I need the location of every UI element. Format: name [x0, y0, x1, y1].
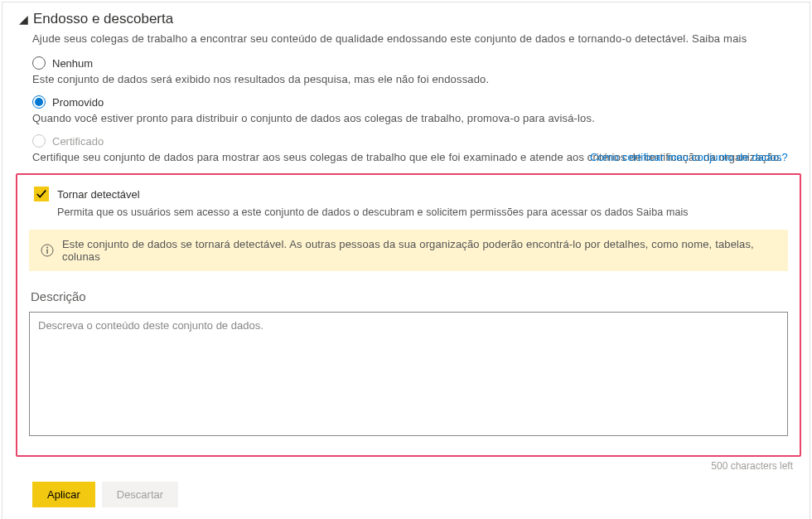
discoverable-block: Tornar detectável Permita que os usuário…: [16, 173, 801, 457]
radio-option-certified: Certificado Certifique seu conjunto de d…: [32, 134, 793, 163]
svg-rect-2: [46, 250, 47, 255]
radio-icon-selected: [32, 95, 46, 109]
svg-point-1: [46, 247, 48, 249]
section-description: Ajude seus colegas de trabalho a encontr…: [2, 32, 810, 56]
radio-label-promoted: Promovido: [52, 96, 104, 109]
description-textarea[interactable]: [29, 312, 788, 436]
radio-row-none[interactable]: Nenhum: [32, 56, 793, 70]
char-count: 500 characters left: [2, 457, 810, 472]
discoverable-label: Tornar detectável: [57, 188, 140, 201]
endorsement-radio-group: Nenhum Este conjunto de dados será exibi…: [2, 56, 810, 163]
radio-help-none: Este conjunto de dados será exibido nos …: [32, 73, 793, 85]
radio-label-none: Nenhum: [52, 57, 93, 70]
info-banner: Este conjunto de dados se tornará detect…: [29, 230, 788, 271]
settings-panel: ◢ Endosso e descoberta Ajude seus colega…: [2, 2, 810, 519]
info-icon: [41, 244, 54, 257]
discoverable-help: Permita que os usuários sem acesso a est…: [29, 206, 788, 218]
discoverable-checkbox-row[interactable]: Tornar detectável: [29, 187, 788, 201]
certify-help-link[interactable]: Como certificar meu conjunto de dados?: [590, 151, 788, 163]
button-row: Aplicar Descartar: [2, 472, 810, 507]
radio-option-promoted: Promovido Quando você estiver pronto par…: [32, 95, 793, 124]
radio-icon: [32, 56, 46, 70]
checkbox-checked-icon: [34, 187, 49, 201]
discard-button[interactable]: Descartar: [102, 482, 178, 507]
radio-help-certified: Certifique seu conjunto de dados para mo…: [32, 151, 793, 163]
description-label: Descrição: [29, 289, 788, 303]
section-title: Endosso e descoberta: [33, 11, 173, 27]
radio-option-none: Nenhum Este conjunto de dados será exibi…: [32, 56, 793, 85]
radio-row-certified: Certificado: [32, 134, 793, 148]
apply-button[interactable]: Aplicar: [32, 482, 95, 507]
caret-down-icon: ◢: [19, 13, 28, 25]
radio-icon-disabled: [32, 134, 46, 148]
radio-help-promoted: Quando você estiver pronto para distribu…: [32, 112, 793, 124]
section-header[interactable]: ◢ Endosso e descoberta: [2, 11, 810, 32]
radio-row-promoted[interactable]: Promovido: [32, 95, 793, 109]
info-banner-text: Este conjunto de dados se tornará detect…: [62, 238, 776, 263]
radio-label-certified: Certificado: [52, 135, 104, 148]
